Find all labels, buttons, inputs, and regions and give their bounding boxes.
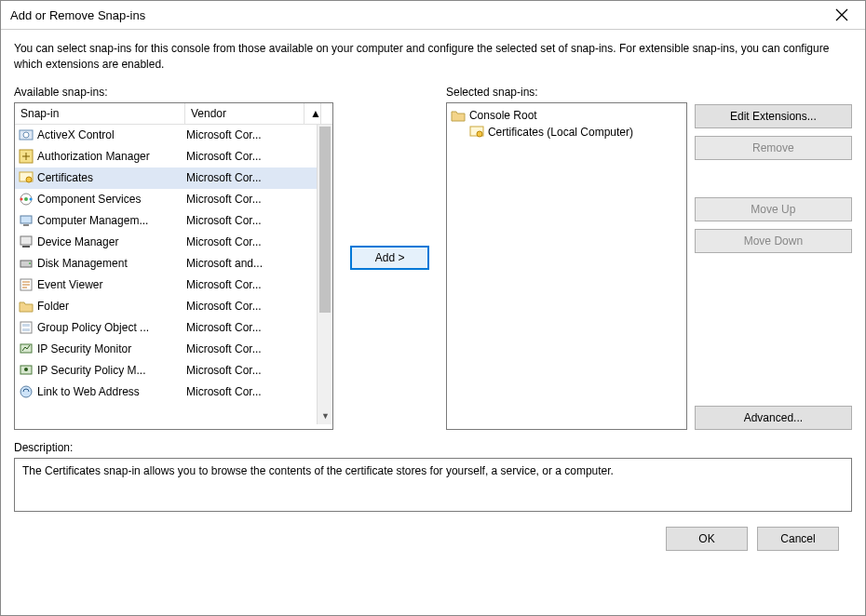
snapin-vendor: Microsoft Cor... — [186, 342, 298, 355]
snapin-vendor: Microsoft Cor... — [186, 385, 298, 398]
gpo-icon — [19, 320, 34, 335]
tree-child-label: Certificates (Local Computer) — [488, 126, 633, 139]
svg-rect-16 — [20, 322, 32, 333]
advanced-button[interactable]: Advanced... — [695, 406, 852, 430]
snapin-vendor: Microsoft Cor... — [186, 171, 298, 184]
selected-snapins-tree[interactable]: Console Root Certificates (Local Compute… — [446, 102, 687, 430]
list-item[interactable]: Disk ManagementMicrosoft and... — [15, 253, 332, 275]
svg-rect-10 — [23, 224, 29, 226]
list-item[interactable]: ActiveX ControlMicrosoft Cor... — [15, 125, 332, 146]
description-box: The Certificates snap-in allows you to b… — [14, 458, 852, 512]
snapin-name: Group Policy Object ... — [37, 321, 186, 334]
svg-rect-9 — [20, 216, 32, 223]
snapin-name: Event Viewer — [37, 278, 186, 291]
list-item[interactable]: IP Security MonitorMicrosoft Cor... — [15, 339, 332, 360]
snapin-name: Component Services — [37, 193, 186, 206]
snapin-name: IP Security Monitor — [37, 342, 186, 355]
scrollbar-thumb[interactable] — [319, 127, 331, 313]
col-header-vendor[interactable]: Vendor — [185, 103, 304, 124]
move-up-button[interactable]: Move Up — [695, 197, 852, 221]
scrollbar[interactable]: ▼ — [317, 125, 332, 424]
list-item[interactable]: Component ServicesMicrosoft Cor... — [15, 189, 332, 210]
snapin-name: Device Manager — [37, 235, 186, 248]
svg-rect-18 — [22, 328, 30, 331]
snapin-vendor: Microsoft Cor... — [186, 300, 298, 313]
svg-point-22 — [20, 386, 32, 397]
link-icon — [19, 384, 34, 399]
folder-icon — [451, 108, 466, 123]
list-item[interactable]: Group Policy Object ...Microsoft Cor... — [15, 317, 332, 339]
dialog-title: Add or Remove Snap-ins — [10, 8, 145, 22]
folder-icon — [19, 299, 34, 314]
tree-child[interactable]: Certificates (Local Computer) — [451, 124, 683, 141]
available-label: Available snap-ins: — [14, 86, 333, 99]
snapin-vendor: Microsoft Cor... — [186, 235, 298, 248]
authz-icon — [19, 149, 34, 164]
description-label: Description: — [14, 441, 852, 454]
device-icon — [19, 234, 34, 249]
list-item[interactable]: CertificatesMicrosoft Cor... — [15, 167, 332, 189]
snapin-name: Certificates — [37, 171, 186, 184]
svg-point-14 — [29, 262, 31, 264]
add-button[interactable]: Add > — [350, 246, 429, 270]
svg-point-21 — [24, 368, 28, 371]
snapin-name: ActiveX Control — [37, 128, 186, 141]
col-header-snapin[interactable]: Snap-in — [15, 103, 185, 124]
svg-rect-11 — [20, 236, 32, 245]
snapin-name: Computer Managem... — [37, 214, 186, 227]
snapin-name: Disk Management — [37, 257, 186, 270]
ipsec-policy-icon — [19, 363, 34, 378]
event-icon — [19, 277, 34, 292]
description-text: The Certificates snap-in allows you to b… — [22, 464, 614, 477]
snapin-name: IP Security Policy M... — [37, 364, 186, 377]
list-item[interactable]: Link to Web AddressMicrosoft Cor... — [15, 382, 332, 403]
snapin-vendor: Microsoft Cor... — [186, 364, 298, 377]
list-item[interactable]: IP Security Policy M...Microsoft Cor... — [15, 360, 332, 382]
snapin-vendor: Microsoft Cor... — [186, 278, 298, 291]
snapin-name: Folder — [37, 300, 186, 313]
svg-rect-12 — [22, 246, 30, 248]
list-header[interactable]: Snap-in Vendor ▲ — [15, 103, 332, 125]
cert-icon — [19, 170, 34, 185]
snapin-name: Link to Web Address — [37, 385, 186, 398]
tree-root-label: Console Root — [469, 109, 537, 122]
ipsec-monitor-icon — [19, 341, 34, 356]
component-icon — [19, 192, 34, 207]
snapin-vendor: Microsoft Cor... — [186, 128, 298, 141]
svg-point-6 — [24, 197, 28, 201]
cert-icon — [469, 125, 484, 140]
list-item[interactable]: Device ManagerMicrosoft Cor... — [15, 232, 332, 253]
col-header-scroll-up[interactable]: ▲ — [304, 103, 321, 124]
svg-point-8 — [30, 198, 33, 201]
list-item[interactable]: FolderMicrosoft Cor... — [15, 296, 332, 317]
available-snapins-list[interactable]: Snap-in Vendor ▲ ActiveX ControlMicrosof… — [14, 102, 333, 430]
titlebar: Add or Remove Snap-ins — [1, 1, 865, 30]
add-remove-snapins-dialog: Add or Remove Snap-ins You can select sn… — [0, 0, 866, 616]
selected-label: Selected snap-ins: — [446, 86, 687, 99]
list-item[interactable]: Authorization ManagerMicrosoft Cor... — [15, 146, 332, 167]
svg-point-24 — [477, 131, 482, 137]
list-item[interactable]: Computer Managem...Microsoft Cor... — [15, 210, 332, 232]
computer-mgmt-icon — [19, 213, 34, 228]
move-down-button[interactable]: Move Down — [695, 229, 852, 253]
tree-root[interactable]: Console Root — [451, 107, 683, 124]
snapin-vendor: Microsoft Cor... — [186, 214, 298, 227]
disk-icon — [19, 256, 34, 271]
ok-button[interactable]: OK — [666, 527, 748, 551]
list-item[interactable]: Event ViewerMicrosoft Cor... — [15, 275, 332, 296]
activex-icon — [19, 127, 34, 142]
remove-button[interactable]: Remove — [695, 136, 852, 160]
snapin-vendor: Microsoft and... — [186, 257, 298, 270]
snapin-name: Authorization Manager — [37, 150, 186, 163]
edit-extensions-button[interactable]: Edit Extensions... — [695, 104, 852, 128]
snapin-vendor: Microsoft Cor... — [186, 150, 298, 163]
intro-text: You can select snap-ins for this console… — [14, 41, 852, 73]
close-button[interactable] — [826, 7, 858, 23]
svg-point-7 — [20, 198, 23, 201]
scroll-down-arrow[interactable]: ▼ — [318, 408, 332, 424]
svg-point-4 — [26, 177, 32, 182]
svg-rect-17 — [22, 324, 30, 327]
cancel-button[interactable]: Cancel — [757, 527, 839, 551]
svg-point-1 — [23, 132, 29, 138]
snapin-vendor: Microsoft Cor... — [186, 193, 298, 206]
